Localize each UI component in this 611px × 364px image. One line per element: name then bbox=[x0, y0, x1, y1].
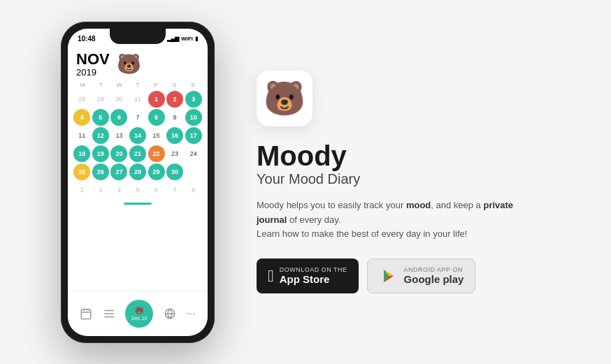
table-row[interactable]: 24 bbox=[185, 145, 202, 162]
table-row[interactable]: 29 bbox=[148, 163, 165, 180]
weekday-thu: T bbox=[129, 80, 147, 89]
google-sub-label: Android App on bbox=[404, 266, 464, 273]
table-row[interactable]: 11 bbox=[73, 127, 90, 144]
progress-indicator bbox=[124, 203, 152, 205]
nav-add-label: Dec 10 bbox=[131, 316, 147, 321]
google-play-button[interactable]: Android App on Google play bbox=[367, 259, 476, 293]
table-row[interactable] bbox=[185, 163, 202, 180]
table-row[interactable]: 3 bbox=[185, 91, 202, 108]
table-row[interactable]: 8 bbox=[148, 109, 165, 126]
table-row[interactable]: 7 bbox=[166, 182, 183, 198]
apple-sub-label: Download on the bbox=[280, 266, 347, 273]
table-row[interactable]: 30 bbox=[110, 91, 127, 108]
table-row[interactable]: 28 bbox=[73, 91, 90, 108]
app-icon: 🐻 bbox=[257, 71, 312, 126]
app-name: Moody bbox=[257, 140, 550, 171]
table-row[interactable]: 28 bbox=[129, 163, 146, 180]
calendar-header: NOV 2019 🐻 bbox=[68, 47, 208, 80]
table-row[interactable]: 10 bbox=[185, 109, 202, 126]
battery-icon: ▮ bbox=[195, 36, 198, 42]
weekday-sat: S bbox=[165, 80, 183, 89]
table-row[interactable]: 20 bbox=[110, 145, 127, 162]
table-row[interactable]: 4 bbox=[110, 182, 127, 198]
table-row[interactable]: 27 bbox=[110, 163, 127, 180]
table-row[interactable]: 15 bbox=[148, 127, 165, 144]
table-row[interactable]: 13 bbox=[110, 127, 127, 144]
status-icons: ▂▄▆ WiFi ▮ bbox=[167, 36, 198, 42]
bear-avatar: 🐻 bbox=[117, 52, 141, 75]
table-row[interactable]: 1 bbox=[148, 91, 165, 108]
weekday-headers: M T W T F S S bbox=[73, 80, 202, 89]
apple-store-button[interactable]:  Download on the App Store bbox=[257, 259, 359, 293]
calendar-month: NOV bbox=[76, 51, 110, 68]
table-row[interactable]: 18 bbox=[73, 145, 90, 162]
page-container: 10:48 ▂▄▆ WiFi ▮ NOV 2019 🐻 M T bbox=[0, 0, 611, 364]
table-row[interactable]: 9 bbox=[166, 109, 183, 126]
weekday-tue: T bbox=[92, 80, 110, 89]
table-row[interactable]: 23 bbox=[166, 145, 183, 162]
svg-rect-0 bbox=[82, 310, 92, 319]
google-play-text: Android App on Google play bbox=[404, 266, 464, 286]
table-row[interactable]: 16 bbox=[166, 127, 183, 144]
table-row[interactable]: 8 bbox=[185, 182, 202, 198]
table-row[interactable]: 4 bbox=[73, 109, 90, 126]
nav-calendar[interactable] bbox=[80, 307, 92, 320]
weekday-sun: S bbox=[184, 80, 202, 89]
wifi-icon: WiFi bbox=[181, 36, 193, 42]
table-row[interactable]: 6 bbox=[148, 182, 165, 198]
google-play-icon bbox=[379, 266, 398, 286]
table-row[interactable]: 3 bbox=[92, 182, 109, 198]
more-dots: ··· bbox=[186, 307, 195, 320]
store-buttons:  Download on the App Store Android bbox=[257, 259, 550, 293]
calendar-grid: M T W T F S S 28293031123456789101112131… bbox=[68, 80, 208, 198]
nav-globe[interactable] bbox=[164, 307, 176, 320]
apple-store-text: Download on the App Store bbox=[280, 266, 347, 286]
table-row[interactable]: 21 bbox=[129, 145, 146, 162]
nav-list[interactable] bbox=[103, 307, 115, 320]
table-row[interactable]: 2 bbox=[166, 91, 183, 108]
app-tagline: Your Mood Diary bbox=[257, 171, 550, 187]
calendar-year: 2019 bbox=[76, 68, 110, 78]
month-year: NOV 2019 bbox=[76, 51, 110, 78]
table-row[interactable]: 26 bbox=[92, 163, 109, 180]
app-info-section: 🐻 Moody Your Mood Diary Moody helps you … bbox=[257, 71, 550, 293]
table-row[interactable]: 5 bbox=[92, 109, 109, 126]
table-row[interactable]: 6 bbox=[110, 109, 127, 126]
status-time: 10:48 bbox=[78, 35, 96, 43]
table-row[interactable]: 22 bbox=[148, 145, 165, 162]
table-row[interactable]: 31 bbox=[129, 91, 146, 108]
google-main-label: Google play bbox=[404, 273, 464, 286]
nav-add-emoji: 🐻 bbox=[135, 307, 143, 314]
nav-more[interactable]: ··· bbox=[186, 307, 195, 320]
table-row[interactable]: 14 bbox=[129, 127, 146, 144]
table-row[interactable]: 29 bbox=[92, 91, 109, 108]
phone-screen: 10:48 ▂▄▆ WiFi ▮ NOV 2019 🐻 M T bbox=[68, 29, 208, 336]
phone-notch bbox=[110, 29, 166, 44]
table-row[interactable]: 2 bbox=[73, 182, 90, 198]
table-row[interactable]: 25 bbox=[73, 163, 90, 180]
phone-mockup: 10:48 ▂▄▆ WiFi ▮ NOV 2019 🐻 M T bbox=[61, 22, 215, 343]
table-row[interactable]: 30 bbox=[166, 163, 183, 180]
nav-add[interactable]: 🐻 Dec 10 bbox=[125, 300, 153, 328]
apple-main-label: App Store bbox=[280, 273, 347, 286]
bottom-navigation: 🐻 Dec 10 ··· bbox=[68, 291, 208, 336]
weekday-mon: M bbox=[73, 80, 92, 89]
app-icon-emoji: 🐻 bbox=[264, 79, 306, 118]
table-row[interactable]: 19 bbox=[92, 145, 109, 162]
table-row[interactable]: 7 bbox=[129, 109, 146, 126]
table-row[interactable]: 17 bbox=[185, 127, 202, 144]
app-description: Moody helps you to easily track your moo… bbox=[257, 198, 536, 242]
signal-icon: ▂▄▆ bbox=[167, 36, 180, 42]
apple-icon:  bbox=[268, 266, 274, 286]
weekday-fri: F bbox=[147, 80, 165, 89]
calendar-days: 2829303112345678910111213141516171819202… bbox=[73, 91, 202, 198]
table-row[interactable]: 5 bbox=[129, 182, 146, 198]
weekday-wed: W bbox=[110, 80, 129, 89]
table-row[interactable]: 12 bbox=[92, 127, 109, 144]
